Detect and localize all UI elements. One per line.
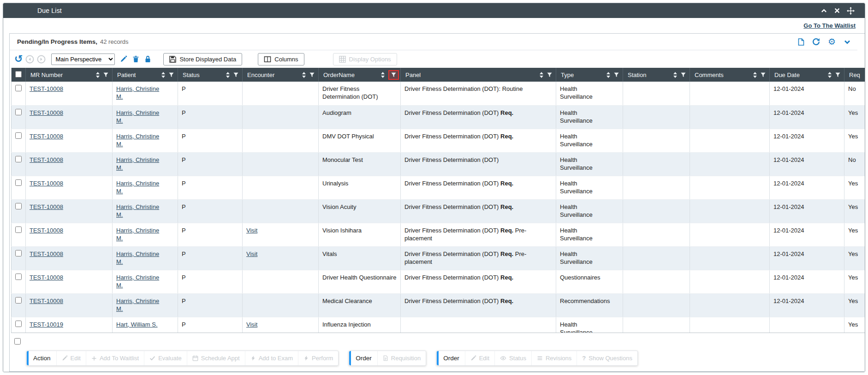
cell-encounter (243, 105, 319, 129)
patient-link[interactable]: Hart, William S. (116, 321, 158, 328)
store-displayed-data-button[interactable]: Store Displayed Data (163, 53, 242, 65)
filter-icon-highlighted[interactable] (388, 70, 399, 80)
column-header-ordername[interactable]: OrderName (319, 68, 401, 82)
row-checkbox[interactable] (15, 274, 22, 280)
columns-button[interactable]: Columns (258, 53, 304, 65)
row-checkbox[interactable] (15, 321, 22, 327)
column-header-req[interactable]: Req (844, 68, 865, 82)
column-header-comments[interactable]: Comments (690, 68, 770, 82)
row-checkbox[interactable] (15, 226, 22, 233)
mr-number-link[interactable]: TEST-10008 (30, 298, 63, 304)
row-checkbox[interactable] (15, 179, 22, 186)
cell-type: Health Surveillance (556, 82, 623, 105)
sort-icon[interactable] (540, 72, 543, 78)
cell-status: P (178, 293, 243, 317)
filter-icon[interactable] (547, 72, 552, 77)
filter-icon[interactable] (835, 72, 840, 77)
move-icon[interactable] (847, 7, 855, 15)
sort-icon[interactable] (302, 72, 306, 78)
row-checkbox[interactable] (15, 85, 22, 91)
mr-number-link[interactable]: TEST-10008 (30, 180, 63, 187)
sort-icon[interactable] (673, 72, 677, 78)
sort-icon[interactable] (606, 72, 610, 78)
patient-link[interactable]: Harris, Christine M. (116, 132, 167, 148)
column-label: MR Number (30, 71, 63, 78)
column-header-panel[interactable]: Panel (401, 68, 556, 82)
row-checkbox[interactable] (15, 203, 22, 209)
row-checkbox[interactable] (15, 156, 22, 162)
cell-status: P (178, 152, 243, 176)
row-checkbox[interactable] (15, 250, 22, 256)
column-header-mr-number[interactable]: MR Number (26, 68, 113, 82)
trash-icon[interactable] (132, 55, 139, 63)
refresh-icon[interactable] (812, 38, 820, 46)
chevron-down-icon[interactable] (844, 38, 851, 46)
order-name-value: Vision Acuity (322, 203, 397, 211)
row-checkbox[interactable] (15, 297, 22, 304)
mr-number-link[interactable]: TEST-10019 (30, 321, 63, 328)
go-to-waitlist-link[interactable]: Go To The Waitlist (803, 22, 856, 29)
sort-icon[interactable] (381, 72, 385, 78)
lock-icon[interactable] (144, 55, 151, 63)
encounter-visit-link[interactable]: Visit (246, 321, 257, 328)
mr-number-link[interactable]: TEST-10008 (30, 227, 63, 234)
patient-link[interactable]: Harris, Christine M. (116, 156, 167, 172)
patient-link[interactable]: Harris, Christine M. (116, 250, 167, 266)
column-header-due-date[interactable]: Due Date (770, 68, 844, 82)
sort-icon[interactable] (226, 72, 230, 78)
cell-mr-number: TEST-10008 (26, 293, 113, 317)
mr-number-link[interactable]: TEST-10008 (30, 156, 63, 163)
sort-icon[interactable] (161, 72, 165, 78)
filter-icon[interactable] (103, 72, 108, 77)
mr-number-link[interactable]: TEST-10008 (30, 133, 63, 140)
filter-icon[interactable] (614, 72, 619, 77)
patient-link[interactable]: Harris, Christine M. (116, 226, 167, 242)
perspective-select[interactable]: Main Perspective (51, 54, 115, 65)
filter-icon[interactable] (761, 72, 766, 77)
mr-number-link[interactable]: TEST-10008 (30, 109, 63, 116)
mr-number-link[interactable]: TEST-10008 (30, 274, 63, 281)
filter-icon[interactable] (309, 72, 315, 77)
cell-req: Yes (844, 246, 865, 270)
undo-icon[interactable]: ↺ (14, 54, 23, 64)
patient-link[interactable]: Harris, Christine M. (116, 203, 167, 219)
encounter-visit-link[interactable]: Visit (246, 227, 257, 234)
column-header-encounter[interactable]: Encounter (243, 68, 319, 82)
filter-icon[interactable] (233, 72, 238, 77)
column-header-patient[interactable]: Patient (113, 68, 178, 82)
cell-order-name: Vision Acuity (319, 199, 401, 223)
column-header-station[interactable]: Station (623, 68, 690, 82)
sort-icon[interactable] (96, 72, 100, 78)
new-page-icon[interactable] (798, 38, 804, 46)
cell-checkbox (12, 223, 26, 246)
close-icon[interactable] (834, 7, 840, 14)
pencil-icon[interactable] (120, 55, 127, 63)
filter-icon[interactable] (681, 72, 686, 77)
sort-icon[interactable] (753, 72, 757, 78)
collapse-icon[interactable] (820, 7, 827, 14)
cell-comments (690, 176, 770, 199)
patient-link[interactable]: Harris, Christine M. (116, 179, 167, 195)
mr-number-link[interactable]: TEST-10008 (30, 203, 63, 210)
select-all-bottom-checkbox[interactable] (14, 338, 21, 345)
patient-link[interactable]: Harris, Christine M. (116, 109, 167, 125)
patient-link[interactable]: Harris, Christine M. (116, 297, 167, 313)
row-checkbox[interactable] (15, 132, 22, 139)
cell-type: Health Surveillance (556, 223, 623, 246)
mr-number-link[interactable]: TEST-10008 (30, 85, 63, 92)
patient-link[interactable]: Harris, Christine M. (116, 274, 167, 289)
cell-status: P (178, 199, 243, 223)
column-header-type[interactable]: Type (556, 68, 623, 82)
encounter-visit-link[interactable]: Visit (246, 250, 257, 257)
select-all-checkbox[interactable] (15, 71, 22, 77)
cell-panel: Driver Fitness Determination (DOT) Req. (401, 293, 556, 317)
sort-icon[interactable] (828, 72, 832, 78)
mr-number-link[interactable]: TEST-10008 (30, 250, 63, 257)
status-value: P (182, 180, 186, 187)
patient-link[interactable]: Harris, Christine M. (116, 85, 167, 101)
column-header-status[interactable]: Status (178, 68, 243, 82)
filter-icon[interactable] (169, 72, 174, 77)
cell-type: Recommendations (556, 293, 623, 317)
gear-icon[interactable]: ⚙ (828, 37, 836, 46)
row-checkbox[interactable] (15, 109, 22, 115)
